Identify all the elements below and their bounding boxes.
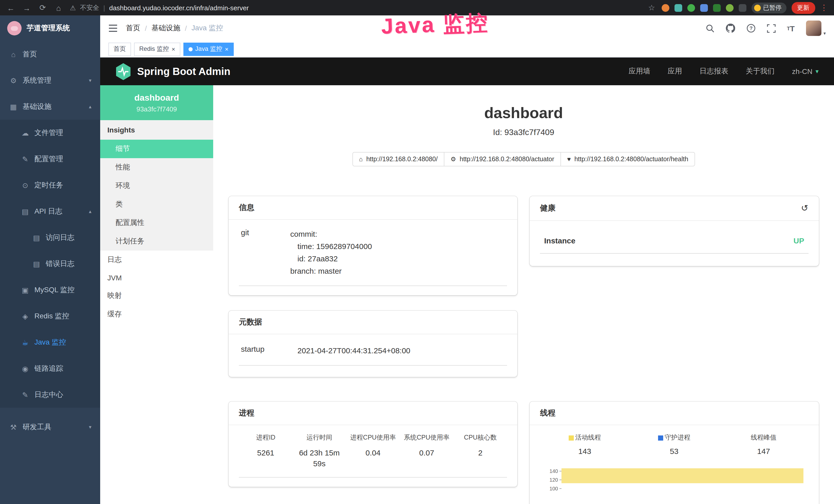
close-icon[interactable]: ×: [172, 45, 175, 53]
chevron-down-icon: ▾: [89, 77, 91, 83]
legend-label: 守护进程: [665, 433, 690, 442]
health-card: 健康 ↺ Instance UP: [530, 196, 819, 266]
extension-icon[interactable]: [687, 4, 695, 12]
git-commit-line: commit:: [290, 228, 372, 240]
actuator-url-button[interactable]: ⚙ http://192.168.0.2:48080/actuator: [444, 152, 561, 166]
sidebar-item-access-log[interactable]: ▤ 访问日志: [0, 224, 100, 251]
threads-legend: 活动线程 143 守护进程 53 线程峰值: [540, 433, 809, 456]
sidebar-item-api-log[interactable]: ▤ API 日志 ▴: [0, 198, 100, 224]
extension-icon[interactable]: [700, 4, 708, 12]
browser-extensions: ☆ 已暂停 更新 ⋮: [647, 2, 828, 14]
sba-nav-applications[interactable]: 应用: [668, 67, 682, 76]
extension-icon[interactable]: [713, 4, 721, 12]
extension-icon[interactable]: [726, 4, 733, 12]
app-logo-row[interactable]: 芋道管理系统: [0, 16, 100, 41]
tab-java-monitor[interactable]: Java 监控 ×: [183, 42, 234, 56]
breadcrumb: 首页 / 基础设施 / Java 监控: [126, 24, 223, 33]
tab-redis-monitor[interactable]: Redis 监控 ×: [134, 42, 180, 56]
history-icon[interactable]: ↺: [801, 203, 809, 214]
sba-menu-metrics[interactable]: 性能: [100, 158, 213, 177]
process-value: 6d 23h 15m 59s: [292, 447, 346, 469]
section-title-insights: Insights: [100, 120, 213, 140]
fullscreen-icon[interactable]: [767, 24, 775, 32]
sba-menu-scheduled-tasks[interactable]: 计划任务: [100, 232, 213, 251]
service-url-button[interactable]: ⌂ http://192.168.0.2:48080/: [352, 152, 444, 166]
sidebar-item-mysql-monitor[interactable]: ▣ MySQL 监控: [0, 277, 100, 303]
tab-label: Java 监控: [195, 45, 222, 53]
legend-label: 线程峰值: [751, 433, 776, 442]
page-title: dashboard: [228, 103, 818, 123]
back-icon[interactable]: ←: [6, 3, 16, 12]
sba-nav-journal[interactable]: 日志报表: [700, 67, 728, 76]
font-size-small: T: [787, 25, 790, 31]
sba-menu-classes[interactable]: 类: [100, 195, 213, 214]
process-header: CPU核心数: [454, 433, 507, 442]
sidebar-item-trace[interactable]: ◉ 链路追踪: [0, 356, 100, 382]
process-value: 0.04: [346, 447, 400, 458]
sba-menu-details[interactable]: 细节: [100, 140, 213, 158]
legend-live-threads: 活动线程 143: [540, 433, 630, 456]
health-instance-row[interactable]: Instance UP: [540, 236, 809, 254]
sidebar-item-system[interactable]: ⚙ 系统管理 ▾: [0, 67, 100, 93]
user-avatar-menu[interactable]: ▾: [806, 21, 826, 36]
redis-icon: ◈: [21, 312, 30, 320]
reload-icon[interactable]: ⟳: [38, 3, 47, 12]
sidebar-item-dev-tools[interactable]: ⚒ 研发工具 ▾: [0, 414, 100, 440]
sidebar-item-file-manage[interactable]: ☁ 文件管理: [0, 120, 100, 146]
y-tick-label: 120: [549, 477, 558, 483]
search-icon[interactable]: [706, 24, 714, 32]
instance-header[interactable]: dashboard 93a3fc7f7409: [100, 85, 213, 120]
sba-menu-mappings[interactable]: 映射: [100, 287, 213, 305]
process-header: 运行时间: [292, 433, 346, 442]
close-icon[interactable]: ×: [225, 45, 228, 53]
instance-url-group: ⌂ http://192.168.0.2:48080/ ⚙ http://192…: [228, 152, 818, 166]
sba-brand-title[interactable]: Spring Boot Admin: [137, 66, 231, 77]
sidebar-item-redis-monitor[interactable]: ◈ Redis 监控: [0, 303, 100, 329]
address-bar[interactable]: ⚠ 不安全 | dashboard.yudao.iocoder.cn/infra…: [70, 3, 640, 12]
sidebar-item-infra[interactable]: ▦ 基础设施 ▴: [0, 93, 100, 120]
breadcrumb-home[interactable]: 首页: [126, 24, 140, 33]
sidebar-item-config-manage[interactable]: ✎ 配置管理: [0, 146, 100, 172]
help-icon[interactable]: ?: [746, 24, 755, 33]
url-text[interactable]: dashboard.yudao.iocoder.cn/infra/admin-s…: [109, 4, 249, 12]
sidebar-item-log-center[interactable]: ✎ 日志中心: [0, 382, 100, 408]
breadcrumb-infra[interactable]: 基础设施: [152, 24, 180, 33]
puzzle-extension-icon[interactable]: [739, 4, 746, 12]
git-id-line: id: 27aa832: [290, 253, 372, 265]
paused-badge[interactable]: 已暂停: [751, 2, 786, 13]
app-logo: [7, 21, 22, 36]
font-size-icon[interactable]: TT: [787, 24, 795, 32]
hamburger-icon[interactable]: [108, 24, 118, 32]
sba-menu-logs[interactable]: 日志: [100, 251, 213, 269]
sba-menu-config-props[interactable]: 配置属性: [100, 214, 213, 232]
smiley-icon: [754, 4, 761, 11]
tools-icon: ⚒: [9, 423, 18, 431]
sidebar-item-home[interactable]: ⌂ 首页: [0, 41, 100, 67]
legend-swatch-yellow: [569, 435, 574, 440]
bookmark-star-icon[interactable]: ☆: [647, 3, 656, 12]
sidebar-item-scheduled-jobs[interactable]: ⊙ 定时任务: [0, 172, 100, 198]
extension-icon[interactable]: [674, 4, 682, 12]
health-url-button[interactable]: ♥ http://192.168.0.2:48080/actuator/heal…: [561, 152, 695, 166]
forward-icon[interactable]: →: [22, 3, 31, 12]
sidebar-item-error-log[interactable]: ▤ 错误日志: [0, 251, 100, 277]
home-icon[interactable]: ⌂: [54, 3, 63, 12]
extension-icon[interactable]: [661, 4, 669, 12]
sba-menu-caches[interactable]: 缓存: [100, 305, 213, 323]
sidebar-item-java-monitor[interactable]: ☕ Java 监控: [0, 329, 100, 356]
sba-menu-environment[interactable]: 环境: [100, 177, 213, 195]
sba-nav-wallboard[interactable]: 应用墙: [629, 67, 650, 76]
health-card-head: 健康 ↺: [530, 196, 819, 221]
sba-nav-about[interactable]: 关于我们: [746, 67, 775, 76]
sba-menu-jvm[interactable]: JVM: [100, 269, 213, 287]
update-button[interactable]: 更新: [791, 2, 815, 14]
legend-peak-threads: 线程峰值 147: [719, 433, 808, 456]
cards-col-left: 信息 git commit: time: 1596289704000 id: 2…: [228, 196, 518, 377]
cards-col-right: 健康 ↺ Instance UP: [530, 196, 819, 266]
info-key: git: [241, 228, 290, 277]
locale-select[interactable]: zh-CN ▾: [792, 67, 818, 75]
tab-home[interactable]: 首页: [108, 42, 131, 56]
metadata-value: 2021-04-27T00:44:31.254+08:00: [298, 345, 411, 357]
browser-menu-icon[interactable]: ⋮: [820, 3, 828, 12]
github-icon[interactable]: [726, 24, 735, 33]
